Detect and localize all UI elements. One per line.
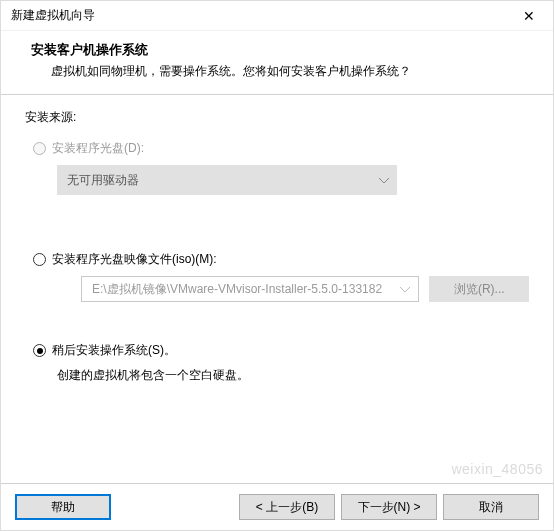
- browse-button: 浏览(R)...: [429, 276, 529, 302]
- footer: 帮助 < 上一步(B) 下一步(N) > 取消: [1, 483, 553, 530]
- source-label: 安装来源:: [25, 109, 529, 126]
- radio-icon: [33, 253, 46, 266]
- close-icon: ✕: [523, 8, 535, 24]
- browse-button-label: 浏览(R)...: [454, 281, 505, 298]
- page-subtitle: 虚拟机如同物理机，需要操作系统。您将如何安装客户机操作系统？: [31, 63, 533, 80]
- watermark-text: weixin_48056: [451, 461, 543, 477]
- help-button[interactable]: 帮助: [15, 494, 111, 520]
- chevron-down-icon: [379, 173, 389, 187]
- radio-disc-label: 安装程序光盘(D):: [52, 140, 144, 157]
- iso-path-dropdown: E:\虚拟机镜像\VMware-VMvisor-Installer-5.5.0-…: [81, 276, 419, 302]
- help-button-label: 帮助: [51, 499, 75, 516]
- radio-icon: [33, 142, 46, 155]
- titlebar: 新建虚拟机向导 ✕: [1, 1, 553, 31]
- radio-icon: [33, 344, 46, 357]
- disc-drive-value: 无可用驱动器: [67, 172, 139, 189]
- window-title: 新建虚拟机向导: [11, 7, 506, 24]
- radio-option-disc: 安装程序光盘(D):: [33, 140, 529, 157]
- later-note: 创建的虚拟机将包含一个空白硬盘。: [57, 367, 529, 384]
- cancel-button[interactable]: 取消: [443, 494, 539, 520]
- next-button[interactable]: 下一步(N) >: [341, 494, 437, 520]
- close-button[interactable]: ✕: [506, 1, 551, 31]
- wizard-window: 新建虚拟机向导 ✕ 安装客户机操作系统 虚拟机如同物理机，需要操作系统。您将如何…: [0, 0, 554, 531]
- iso-path-value: E:\虚拟机镜像\VMware-VMvisor-Installer-5.5.0-…: [92, 281, 382, 298]
- wizard-header: 安装客户机操作系统 虚拟机如同物理机，需要操作系统。您将如何安装客户机操作系统？: [1, 31, 553, 94]
- iso-path-row: E:\虚拟机镜像\VMware-VMvisor-Installer-5.5.0-…: [57, 276, 529, 302]
- page-title: 安装客户机操作系统: [31, 41, 533, 59]
- back-button-label: < 上一步(B): [256, 499, 318, 516]
- radio-option-iso[interactable]: 安装程序光盘映像文件(iso)(M):: [33, 251, 529, 268]
- radio-iso-label: 安装程序光盘映像文件(iso)(M):: [52, 251, 217, 268]
- cancel-button-label: 取消: [479, 499, 503, 516]
- next-button-label: 下一步(N) >: [358, 499, 421, 516]
- disc-drive-dropdown: 无可用驱动器: [57, 165, 397, 195]
- back-button[interactable]: < 上一步(B): [239, 494, 335, 520]
- radio-later-label: 稍后安装操作系统(S)。: [52, 342, 176, 359]
- radio-option-later[interactable]: 稍后安装操作系统(S)。: [33, 342, 529, 359]
- content-area: 安装来源: 安装程序光盘(D): 无可用驱动器 安装程序光盘映像文件(iso)(…: [1, 95, 553, 483]
- chevron-down-icon: [400, 282, 410, 296]
- install-source-group: 安装程序光盘(D): 无可用驱动器 安装程序光盘映像文件(iso)(M): E:…: [33, 140, 529, 384]
